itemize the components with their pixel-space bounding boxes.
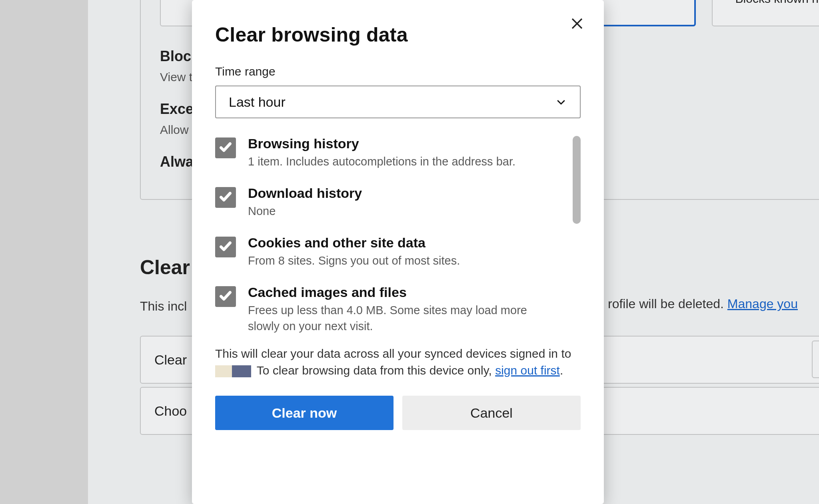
check-icon (219, 239, 232, 255)
option-desc: None (248, 203, 362, 219)
time-range-label: Time range (215, 65, 581, 86)
close-button[interactable] (565, 12, 589, 37)
redacted-account-2 (232, 365, 251, 377)
dialog-button-row: Clear now Cancel (215, 396, 581, 430)
check-icon (219, 289, 232, 304)
option-download-history: Download history None (215, 185, 565, 235)
option-desc: From 8 sites. Signs you out of most site… (248, 253, 460, 269)
clear-data-body-prefix: This incl (140, 299, 187, 313)
checkbox-browsing-history[interactable] (215, 137, 236, 158)
clear-data-body-mid: rofile will be deleted. (608, 297, 727, 311)
time-range-select[interactable]: Last hour (215, 86, 581, 118)
checkbox-cookies[interactable] (215, 237, 236, 257)
right-button-placeholder (812, 341, 819, 378)
check-icon (219, 190, 232, 205)
sync-note-part1: This will clear your data across all you… (215, 347, 571, 360)
data-type-list: Browsing history 1 item. Includes autoco… (215, 136, 581, 344)
close-icon (570, 16, 584, 32)
check-icon (219, 140, 232, 155)
redacted-account-1 (215, 365, 232, 377)
option-desc: Frees up less than 4.0 MB. Some sites ma… (248, 303, 540, 334)
clear-now-button[interactable]: Clear now (215, 396, 394, 430)
time-range-value: Last hour (229, 94, 286, 110)
option-label: Download history (248, 185, 362, 203)
option-cookies: Cookies and other site data From 8 sites… (215, 235, 565, 285)
option-label: Browsing history (248, 136, 515, 154)
checkbox-download-history[interactable] (215, 187, 236, 208)
chevron-down-icon (555, 96, 567, 108)
clear-browsing-data-dialog: Clear browsing data Time range Last hour… (192, 0, 604, 504)
option-label: Cached images and files (248, 285, 540, 303)
row-label: Choo (154, 403, 187, 419)
sync-note-end: . (560, 364, 563, 377)
dialog-title: Clear browsing data (215, 14, 581, 65)
row-label: Clear (154, 352, 187, 368)
sync-note-part2: To clear browsing data from this device … (257, 364, 495, 377)
options-scrollbar[interactable] (573, 136, 581, 224)
sync-warning-text: This will clear your data across all you… (215, 344, 581, 396)
cancel-button[interactable]: Cancel (402, 396, 581, 430)
option-desc: 1 item. Includes autocompletions in the … (248, 154, 515, 169)
manage-profile-link[interactable]: Manage you (727, 297, 798, 311)
sign-out-link[interactable]: sign out first (495, 364, 560, 377)
clear-data-section-title: Clear (140, 256, 190, 279)
option-cached-files: Cached images and files Frees up less th… (215, 285, 565, 338)
option-label: Cookies and other site data (248, 235, 460, 253)
option-browsing-history: Browsing history 1 item. Includes autoco… (215, 136, 565, 185)
checkbox-cached-files[interactable] (215, 286, 236, 307)
